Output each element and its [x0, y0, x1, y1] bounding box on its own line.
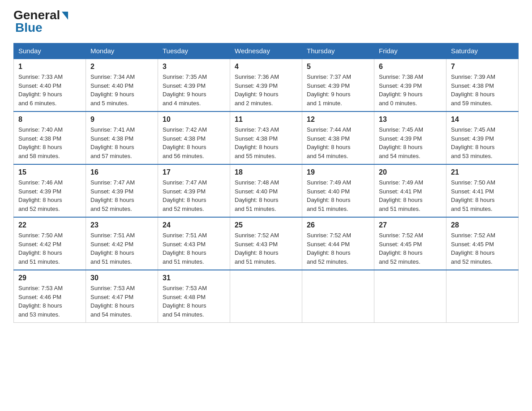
day-number: 26	[307, 221, 369, 229]
day-info: Sunrise: 7:35 AM Sunset: 4:39 PM Dayligh…	[163, 73, 207, 107]
day-cell: 14 Sunrise: 7:45 AM Sunset: 4:39 PM Dayl…	[446, 111, 519, 164]
day-info: Sunrise: 7:34 AM Sunset: 4:40 PM Dayligh…	[90, 73, 135, 107]
day-number: 9	[90, 116, 153, 124]
day-cell: 7 Sunrise: 7:39 AM Sunset: 4:38 PM Dayli…	[446, 59, 519, 111]
header-cell-sunday: Sunday	[14, 43, 86, 59]
day-info: Sunrise: 7:52 AM Sunset: 4:45 PM Dayligh…	[379, 232, 423, 265]
day-number: 16	[90, 168, 153, 176]
day-cell: 18 Sunrise: 7:48 AM Sunset: 4:40 PM Dayl…	[230, 164, 302, 217]
day-cell: 1 Sunrise: 7:33 AM Sunset: 4:40 PM Dayli…	[14, 59, 86, 111]
day-number: 25	[235, 221, 297, 229]
day-info: Sunrise: 7:49 AM Sunset: 4:41 PM Dayligh…	[379, 179, 423, 212]
day-cell: 2 Sunrise: 7:34 AM Sunset: 4:40 PM Dayli…	[86, 59, 158, 111]
day-number: 8	[18, 116, 81, 124]
header-cell-tuesday: Tuesday	[158, 43, 230, 59]
day-info: Sunrise: 7:41 AM Sunset: 4:38 PM Dayligh…	[90, 126, 135, 159]
header-cell-thursday: Thursday	[302, 43, 374, 59]
day-number: 12	[307, 116, 369, 124]
day-number: 4	[235, 63, 297, 71]
day-number: 2	[90, 63, 153, 71]
day-info: Sunrise: 7:52 AM Sunset: 4:43 PM Dayligh…	[235, 232, 279, 265]
day-cell: 16 Sunrise: 7:47 AM Sunset: 4:39 PM Dayl…	[86, 164, 158, 217]
day-info: Sunrise: 7:45 AM Sunset: 4:39 PM Dayligh…	[379, 126, 423, 159]
day-cell: 8 Sunrise: 7:40 AM Sunset: 4:38 PM Dayli…	[14, 111, 86, 164]
day-cell: 3 Sunrise: 7:35 AM Sunset: 4:39 PM Dayli…	[158, 59, 230, 111]
day-cell: 23 Sunrise: 7:51 AM Sunset: 4:42 PM Dayl…	[86, 217, 158, 270]
page-header: General Blue	[13, 9, 519, 34]
day-info: Sunrise: 7:53 AM Sunset: 4:48 PM Dayligh…	[163, 285, 207, 318]
header-row: SundayMondayTuesdayWednesdayThursdayFrid…	[14, 43, 519, 59]
logo-text: General	[13, 9, 68, 21]
day-info: Sunrise: 7:51 AM Sunset: 4:42 PM Dayligh…	[90, 232, 135, 265]
day-cell	[374, 270, 446, 323]
day-number: 19	[307, 168, 369, 176]
day-number: 7	[451, 63, 514, 71]
day-number: 11	[235, 116, 297, 124]
day-cell: 5 Sunrise: 7:37 AM Sunset: 4:39 PM Dayli…	[302, 59, 374, 111]
week-row-5: 29 Sunrise: 7:53 AM Sunset: 4:46 PM Dayl…	[14, 270, 519, 323]
logo: General Blue	[13, 9, 68, 34]
day-info: Sunrise: 7:52 AM Sunset: 4:45 PM Dayligh…	[451, 232, 495, 265]
day-number: 14	[451, 116, 514, 124]
day-info: Sunrise: 7:37 AM Sunset: 4:39 PM Dayligh…	[307, 73, 351, 107]
day-info: Sunrise: 7:39 AM Sunset: 4:38 PM Dayligh…	[451, 73, 495, 107]
day-cell: 4 Sunrise: 7:36 AM Sunset: 4:39 PM Dayli…	[230, 59, 302, 111]
day-info: Sunrise: 7:33 AM Sunset: 4:40 PM Dayligh…	[18, 73, 63, 107]
header-cell-wednesday: Wednesday	[230, 43, 302, 59]
day-cell: 9 Sunrise: 7:41 AM Sunset: 4:38 PM Dayli…	[86, 111, 158, 164]
day-info: Sunrise: 7:48 AM Sunset: 4:40 PM Dayligh…	[235, 179, 279, 212]
day-info: Sunrise: 7:53 AM Sunset: 4:46 PM Dayligh…	[18, 285, 63, 318]
day-cell: 31 Sunrise: 7:53 AM Sunset: 4:48 PM Dayl…	[158, 270, 230, 323]
day-info: Sunrise: 7:50 AM Sunset: 4:41 PM Dayligh…	[451, 179, 495, 212]
day-cell: 17 Sunrise: 7:47 AM Sunset: 4:39 PM Dayl…	[158, 164, 230, 217]
day-cell: 24 Sunrise: 7:51 AM Sunset: 4:43 PM Dayl…	[158, 217, 230, 270]
day-cell: 21 Sunrise: 7:50 AM Sunset: 4:41 PM Dayl…	[446, 164, 519, 217]
logo-general: General	[13, 9, 60, 21]
logo-arrow-icon	[62, 12, 68, 20]
week-row-2: 8 Sunrise: 7:40 AM Sunset: 4:38 PM Dayli…	[14, 111, 519, 164]
logo-blue: Blue	[15, 21, 43, 34]
day-number: 21	[451, 168, 514, 176]
day-number: 31	[163, 274, 225, 282]
day-cell: 6 Sunrise: 7:38 AM Sunset: 4:39 PM Dayli…	[374, 59, 446, 111]
day-cell: 25 Sunrise: 7:52 AM Sunset: 4:43 PM Dayl…	[230, 217, 302, 270]
day-number: 29	[18, 274, 81, 282]
day-info: Sunrise: 7:46 AM Sunset: 4:39 PM Dayligh…	[18, 179, 63, 212]
day-number: 22	[18, 221, 81, 229]
day-info: Sunrise: 7:47 AM Sunset: 4:39 PM Dayligh…	[90, 179, 135, 212]
day-info: Sunrise: 7:40 AM Sunset: 4:38 PM Dayligh…	[18, 126, 63, 159]
day-info: Sunrise: 7:42 AM Sunset: 4:38 PM Dayligh…	[163, 126, 207, 159]
day-number: 1	[18, 63, 81, 71]
day-number: 17	[163, 168, 225, 176]
day-info: Sunrise: 7:50 AM Sunset: 4:42 PM Dayligh…	[18, 232, 63, 265]
day-info: Sunrise: 7:45 AM Sunset: 4:39 PM Dayligh…	[451, 126, 495, 159]
day-cell	[302, 270, 374, 323]
day-number: 18	[235, 168, 297, 176]
day-cell: 12 Sunrise: 7:44 AM Sunset: 4:38 PM Dayl…	[302, 111, 374, 164]
day-cell: 10 Sunrise: 7:42 AM Sunset: 4:38 PM Dayl…	[158, 111, 230, 164]
day-number: 5	[307, 63, 369, 71]
day-cell: 28 Sunrise: 7:52 AM Sunset: 4:45 PM Dayl…	[446, 217, 519, 270]
day-info: Sunrise: 7:52 AM Sunset: 4:44 PM Dayligh…	[307, 232, 351, 265]
day-number: 24	[163, 221, 225, 229]
day-cell: 22 Sunrise: 7:50 AM Sunset: 4:42 PM Dayl…	[14, 217, 86, 270]
day-info: Sunrise: 7:53 AM Sunset: 4:47 PM Dayligh…	[90, 285, 135, 318]
day-cell	[230, 270, 302, 323]
day-cell: 26 Sunrise: 7:52 AM Sunset: 4:44 PM Dayl…	[302, 217, 374, 270]
day-cell: 19 Sunrise: 7:49 AM Sunset: 4:40 PM Dayl…	[302, 164, 374, 217]
day-number: 30	[90, 274, 153, 282]
calendar-table: SundayMondayTuesdayWednesdayThursdayFrid…	[13, 43, 519, 323]
week-row-3: 15 Sunrise: 7:46 AM Sunset: 4:39 PM Dayl…	[14, 164, 519, 217]
day-number: 6	[379, 63, 442, 71]
day-info: Sunrise: 7:51 AM Sunset: 4:43 PM Dayligh…	[163, 232, 207, 265]
day-number: 27	[379, 221, 442, 229]
day-info: Sunrise: 7:47 AM Sunset: 4:39 PM Dayligh…	[163, 179, 207, 212]
day-number: 10	[163, 116, 225, 124]
week-row-1: 1 Sunrise: 7:33 AM Sunset: 4:40 PM Dayli…	[14, 59, 519, 111]
day-cell: 20 Sunrise: 7:49 AM Sunset: 4:41 PM Dayl…	[374, 164, 446, 217]
day-cell: 15 Sunrise: 7:46 AM Sunset: 4:39 PM Dayl…	[14, 164, 86, 217]
day-info: Sunrise: 7:38 AM Sunset: 4:39 PM Dayligh…	[379, 73, 423, 107]
day-number: 20	[379, 168, 442, 176]
day-number: 15	[18, 168, 81, 176]
day-number: 28	[451, 221, 514, 229]
